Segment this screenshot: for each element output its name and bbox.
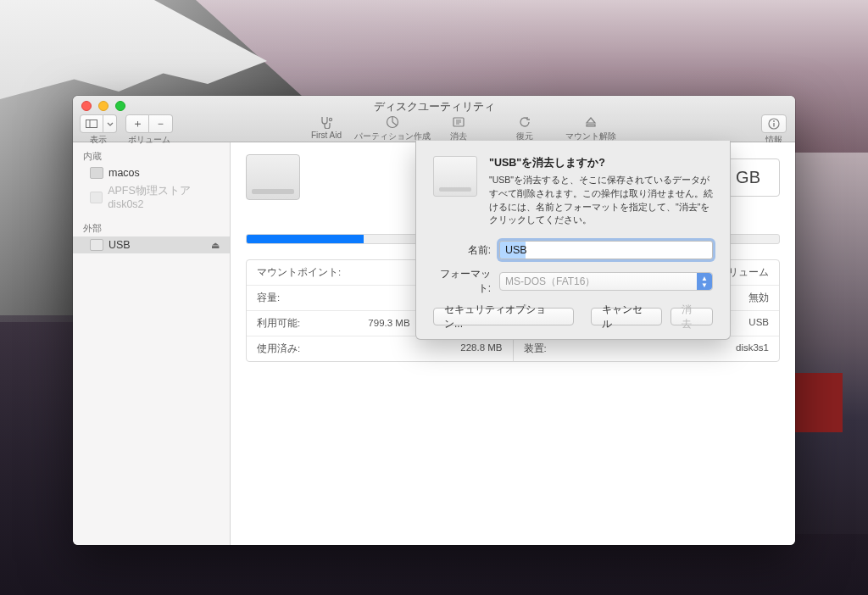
wallpaper-house	[792, 373, 843, 432]
minimize-button[interactable]	[98, 101, 108, 111]
disk-icon	[90, 167, 103, 179]
sidebar-item-macos[interactable]: macos	[73, 164, 230, 181]
disk-icon	[90, 192, 103, 203]
erase-dialog: "USB"を消去しますか? "USB"を消去すると、そこに保存されているデータが…	[415, 141, 731, 340]
partition-icon	[383, 114, 402, 130]
format-select[interactable]: MS-DOS（FAT16） ▲▼	[499, 272, 713, 291]
close-button[interactable]	[81, 101, 92, 111]
erase-button[interactable]: 消去	[426, 114, 492, 142]
svg-rect-10	[587, 125, 595, 126]
svg-point-12	[773, 120, 775, 122]
name-label: 名前:	[433, 243, 499, 258]
sidebar-header-internal: 内蔵	[73, 147, 230, 164]
sidebar-header-external: 外部	[73, 220, 230, 236]
toolbar-center: First Aid パーティション作成 消去 復元 マウント解除	[293, 114, 624, 142]
security-options-button[interactable]: セキュリティオプション...	[433, 308, 574, 325]
format-label: フォーマット:	[433, 267, 499, 296]
view-label: 表示	[90, 134, 107, 146]
partition-button[interactable]: パーティション作成	[359, 114, 426, 142]
erase-icon	[449, 114, 468, 130]
sidebar: 内蔵 macos APFS物理ストアdisk0s2 外部 USB ⏏	[73, 142, 231, 545]
volume-label: ボリューム	[128, 134, 170, 146]
eject-icon	[581, 114, 600, 130]
titlebar[interactable]: ディスクユーティリティ 表示 ＋ － ボリューム	[73, 96, 795, 142]
dialog-volume-icon	[433, 156, 477, 197]
stethoscope-icon	[317, 114, 336, 130]
firstaid-button[interactable]: First Aid	[293, 114, 359, 142]
sidebar-item-apfs[interactable]: APFS物理ストアdisk0s2	[73, 181, 230, 213]
dialog-description: "USB"を消去すると、そこに保存されているデータがすべて削除されます。この操作…	[489, 174, 713, 227]
eject-icon[interactable]: ⏏	[211, 240, 220, 251]
unmount-button[interactable]: マウント解除	[558, 114, 624, 142]
svg-line-5	[392, 122, 397, 125]
volume-icon	[246, 154, 300, 200]
traffic-lights	[81, 101, 125, 111]
svg-rect-0	[86, 120, 97, 128]
disk-utility-window: ディスクユーティリティ 表示 ＋ － ボリューム	[73, 96, 795, 545]
main-pane: 1.03 GB マウントポイント:/Volumes/USB 容量:1.03 GB…	[231, 142, 795, 545]
sidebar-item-usb[interactable]: USB ⏏	[73, 236, 230, 253]
view-dropdown-button[interactable]	[103, 114, 117, 133]
cancel-button[interactable]: キャンセル	[591, 308, 663, 325]
restore-button[interactable]: 復元	[492, 114, 558, 142]
restore-icon	[515, 114, 534, 130]
volume-add-button[interactable]: ＋	[125, 114, 149, 133]
volume-remove-button[interactable]: －	[149, 114, 173, 133]
name-input[interactable]	[499, 241, 713, 259]
dialog-title: "USB"を消去しますか?	[489, 156, 713, 170]
svg-point-2	[329, 118, 331, 120]
window-title: ディスクユーティリティ	[73, 96, 795, 114]
erase-confirm-button[interactable]: 消去	[670, 308, 713, 325]
select-arrows-icon: ▲▼	[701, 275, 708, 289]
toolbar-left: 表示 ＋ － ボリューム	[80, 114, 173, 146]
external-disk-icon	[90, 239, 103, 251]
info-button[interactable]	[761, 114, 787, 133]
view-sidebar-button[interactable]	[80, 114, 103, 133]
fullscreen-button[interactable]	[115, 101, 125, 111]
